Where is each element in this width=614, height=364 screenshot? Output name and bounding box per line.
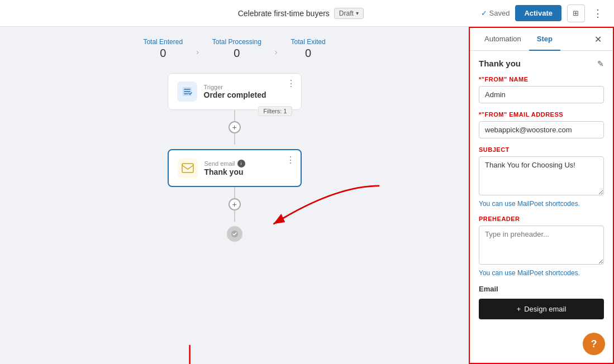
- help-button[interactable]: ?: [583, 333, 605, 355]
- trigger-name: Order completed: [204, 90, 292, 99]
- total-exited-value: 0: [291, 47, 326, 60]
- shortcode-link-1[interactable]: You can use MailPoet shortcodes.: [479, 200, 604, 208]
- panel-body: Thank you ✎ *"FROM" NAME *"FROM" EMAIL A…: [470, 51, 613, 363]
- tab-automation[interactable]: Automation: [477, 28, 529, 51]
- connector-2: +: [229, 187, 241, 222]
- header: Celebrate first-time buyers Draft ▾ ✓ Sa…: [0, 0, 614, 27]
- from-email-input[interactable]: [479, 121, 604, 138]
- info-dot-icon: i: [237, 160, 245, 167]
- header-right: ✓ Saved Activate ⊞ ⋮: [481, 4, 605, 22]
- shortcode-link-2[interactable]: You can use MailPoet shortcodes.: [479, 269, 604, 277]
- stat-total-processing: Total Processing 0: [201, 38, 273, 60]
- design-email-button[interactable]: + Design email: [479, 299, 604, 319]
- more-icon: ⋮: [593, 8, 603, 19]
- stat-total-entered: Total Entered 0: [132, 38, 194, 60]
- stats-row: Total Entered 0 › Total Processing 0 › T…: [132, 38, 336, 60]
- add-step-button-2[interactable]: +: [229, 198, 241, 210]
- add-step-button-1[interactable]: +: [229, 121, 241, 133]
- draft-badge[interactable]: Draft ▾: [334, 8, 364, 19]
- tab-step[interactable]: Step: [529, 28, 560, 51]
- connector-line-2: [234, 133, 235, 145]
- trigger-card[interactable]: Trigger Order completed ⋮ Filters: 1: [168, 73, 302, 110]
- connector-line-4: [234, 210, 235, 222]
- send-info: Send email i Thank you: [204, 160, 292, 176]
- header-center: Celebrate first-time buyers Draft ▾: [238, 8, 364, 19]
- email-section: Email + Design email: [479, 285, 604, 319]
- subject-label: SUBJECT: [479, 146, 604, 153]
- connector-line: [234, 110, 235, 121]
- trigger-menu-button[interactable]: ⋮: [287, 78, 296, 89]
- plus-icon: +: [517, 305, 521, 313]
- arrow-1: ›: [196, 47, 199, 56]
- more-options-button[interactable]: ⋮: [591, 5, 605, 22]
- draft-chevron-icon: ▾: [356, 10, 359, 16]
- subject-input[interactable]: [479, 156, 604, 195]
- send-label: Send email i: [204, 160, 292, 167]
- total-exited-label: Total Exited: [291, 38, 326, 46]
- svg-rect-1: [182, 164, 193, 173]
- email-icon: [178, 158, 198, 178]
- connector-1: +: [229, 110, 241, 145]
- connector-line-3: [234, 187, 235, 198]
- send-email-card[interactable]: Send email i Thank you ⋮: [168, 149, 302, 187]
- check-icon: ✓: [481, 9, 487, 17]
- draft-label: Draft: [339, 9, 354, 17]
- flow-area: Trigger Order completed ⋮ Filters: 1 +: [168, 73, 302, 242]
- edit-title-button[interactable]: ✎: [597, 59, 604, 68]
- filters-badge: Filters: 1: [258, 106, 292, 116]
- trigger-icon: [177, 82, 197, 102]
- total-processing-value: 0: [212, 47, 261, 60]
- panel-tabs: Automation Step ✕: [470, 28, 613, 51]
- preheader-field-group: PREHEADER You can use MailPoet shortcode…: [479, 215, 604, 277]
- total-entered-value: 0: [143, 47, 183, 60]
- canvas: Total Entered 0 › Total Processing 0 › T…: [0, 27, 469, 364]
- total-entered-label: Total Entered: [143, 38, 183, 46]
- stat-total-exited: Total Exited 0: [280, 38, 337, 60]
- saved-status: ✓ Saved: [481, 9, 510, 17]
- email-section-label: Email: [479, 285, 604, 293]
- from-name-input[interactable]: [479, 86, 604, 103]
- send-name: Thank you: [204, 167, 292, 176]
- total-processing-label: Total Processing: [212, 38, 261, 46]
- trigger-info: Trigger Order completed: [204, 84, 292, 99]
- panel-title-row: Thank you ✎: [479, 59, 604, 68]
- main-layout: Total Entered 0 › Total Processing 0 › T…: [0, 27, 614, 364]
- send-card-menu-button[interactable]: ⋮: [286, 155, 295, 165]
- end-node: [227, 226, 242, 242]
- right-panel: Automation Step ✕ Thank you ✎ *"FROM" NA…: [469, 27, 614, 364]
- arrow-2: ›: [275, 47, 278, 56]
- activate-button[interactable]: Activate: [515, 5, 561, 21]
- from-name-field-group: *"FROM" NAME: [479, 76, 604, 103]
- layout-button[interactable]: ⊞: [567, 4, 585, 22]
- subject-field-group: SUBJECT You can use MailPoet shortcodes.: [479, 146, 604, 208]
- trigger-label: Trigger: [204, 84, 292, 90]
- preheader-input[interactable]: [479, 226, 604, 265]
- automation-title: Celebrate first-time buyers: [238, 9, 330, 18]
- layout-icon: ⊞: [573, 9, 579, 17]
- from-email-label: *"FROM" EMAIL ADDRESS: [479, 111, 604, 118]
- close-panel-button[interactable]: ✕: [590, 30, 606, 49]
- from-email-field-group: *"FROM" EMAIL ADDRESS: [479, 111, 604, 138]
- tab-group: Automation Step: [477, 28, 560, 50]
- from-name-label: *"FROM" NAME: [479, 76, 604, 83]
- preheader-label: PREHEADER: [479, 215, 604, 222]
- panel-title: Thank you: [479, 59, 521, 68]
